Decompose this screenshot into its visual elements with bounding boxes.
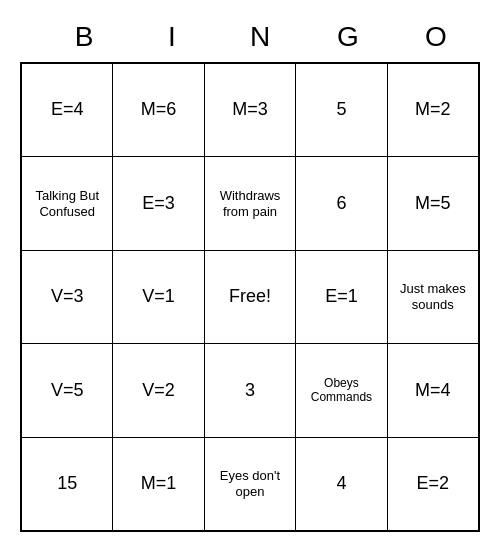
cell-3-3: Free! [205, 251, 296, 343]
header-o: O [392, 12, 480, 62]
cell-1-3: M=3 [205, 64, 296, 156]
cell-3-1: V=3 [22, 251, 113, 343]
cell-5-4: 4 [296, 438, 387, 530]
cell-4-2: V=2 [113, 344, 204, 436]
header-g: G [304, 12, 392, 62]
cell-3-5: Just makes sounds [388, 251, 478, 343]
cell-4-5: M=4 [388, 344, 478, 436]
cell-4-4: Obeys Commands [296, 344, 387, 436]
cell-5-1: 15 [22, 438, 113, 530]
header-n: N [216, 12, 304, 62]
cell-3-4: E=1 [296, 251, 387, 343]
grid-row: V=3 V=1 Free! E=1 Just makes sounds [22, 251, 478, 344]
cell-1-2: M=6 [113, 64, 204, 156]
grid-row: Talking But Confused E=3 Withdraws from … [22, 157, 478, 250]
cell-4-3: 3 [205, 344, 296, 436]
cell-3-2: V=1 [113, 251, 204, 343]
bingo-header: B I N G O [20, 12, 480, 62]
cell-2-3: Withdraws from pain [205, 157, 296, 249]
cell-2-1: Talking But Confused [22, 157, 113, 249]
cell-5-2: M=1 [113, 438, 204, 530]
cell-4-1: V=5 [22, 344, 113, 436]
cell-2-5: M=5 [388, 157, 478, 249]
grid-row: 15 M=1 Eyes don't open 4 E=2 [22, 438, 478, 530]
cell-5-3: Eyes don't open [205, 438, 296, 530]
cell-1-4: 5 [296, 64, 387, 156]
header-i: I [128, 12, 216, 62]
cell-1-5: M=2 [388, 64, 478, 156]
grid-row: E=4 M=6 M=3 5 M=2 [22, 64, 478, 157]
header-b: B [40, 12, 128, 62]
grid-row: V=5 V=2 3 Obeys Commands M=4 [22, 344, 478, 437]
bingo-card: B I N G O E=4 M=6 M=3 5 M=2 Talking But … [20, 12, 480, 532]
cell-5-5: E=2 [388, 438, 478, 530]
bingo-grid: E=4 M=6 M=3 5 M=2 Talking But Confused E… [20, 62, 480, 532]
cell-2-2: E=3 [113, 157, 204, 249]
cell-2-4: 6 [296, 157, 387, 249]
cell-1-1: E=4 [22, 64, 113, 156]
